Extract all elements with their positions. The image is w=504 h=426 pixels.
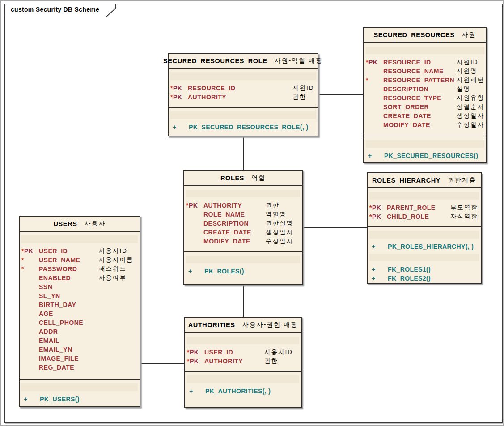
column-name: USER_ID (39, 247, 68, 256)
column-korean-label: 사용자ID (99, 247, 127, 256)
column-row: *PKCHILD_ROLE자식역할 (368, 212, 481, 221)
operation-row: +FK_ROLES2() (368, 274, 481, 283)
column-name: AUTHORITY (204, 357, 243, 366)
column-key-marker: *PK (170, 93, 182, 102)
column-row: RESOURCE_TYPE자원유형 (364, 94, 486, 102)
column-row: DESCRIPTION권한설명 (184, 219, 302, 228)
column-row: EMAIL_YN (20, 345, 140, 354)
compartment-strip (366, 140, 484, 148)
entity-roles[interactable]: ROLES 역할 *PKAUTHORITY권한ROLE_NAME역할명DESCR… (183, 170, 303, 285)
column-row: ENABLED사용여부 (20, 273, 140, 282)
column-name: CELL_PHONE (39, 318, 83, 327)
compartment-strip (369, 231, 479, 239)
compartment-strip (186, 256, 300, 263)
column-korean-label: 자식역할 (450, 212, 478, 221)
column-name: SSN (39, 282, 52, 291)
column-row: EMAIL (20, 336, 140, 345)
operation-name: PK_ROLES_HIERARCHY(, ) (388, 242, 474, 251)
operation-name: PK_USERS() (40, 395, 80, 404)
column-korean-label: 사용자이름 (99, 256, 134, 264)
column-row: CREATE_DATE생성일자 (364, 111, 486, 120)
column-key-marker: *PK (369, 212, 381, 221)
required-marker: * (170, 85, 173, 92)
operation-row: +FK_ROLES1() (368, 265, 481, 274)
column-name: USER_NAME (39, 256, 80, 264)
column-row: *PKRESOURCE_ID자원ID (364, 58, 486, 67)
entity-name: ROLES_HIERARCHY (372, 177, 440, 184)
visibility-plus: + (24, 395, 28, 404)
visibility-plus: + (368, 151, 372, 160)
column-key-marker: * (366, 76, 368, 85)
required-marker: * (369, 204, 372, 211)
connector-users-authorities[interactable] (140, 363, 184, 364)
column-row: CELL_PHONE (20, 318, 140, 327)
column-name: EMAIL (39, 336, 59, 345)
connector-roles-roleshierarchy[interactable] (303, 227, 367, 228)
column-name: DESCRIPTION (383, 85, 428, 94)
diagram-canvas: custom Security DB Scheme SECURED_RESOUR… (0, 0, 504, 426)
column-korean-label: 패스워드 (99, 264, 127, 273)
operation-row: +PK_ROLES() (184, 267, 302, 276)
column-key-marker: *PK (369, 203, 381, 212)
column-row: IMAGE_FILE (20, 354, 140, 363)
column-row: MODIFY_DATE수정일자 (184, 237, 302, 246)
compartment-strip (21, 235, 138, 243)
visibility-plus: + (189, 387, 193, 396)
column-name: RESOURCE_NAME (383, 67, 444, 76)
entity-korean-label: 자원 (462, 31, 476, 39)
column-key-marker: *PK (21, 247, 33, 256)
column-row: *PKUSER_ID사용자ID (185, 348, 301, 357)
entity-header: SECURED_RESOURCES_ROLE 자원-역할 매핑 (169, 54, 318, 69)
column-korean-label: 수정일자 (266, 237, 293, 246)
column-korean-label: 자원명 (457, 67, 478, 76)
column-name: PARENT_ROLE (387, 203, 436, 212)
operation-name: PK_AUTHORITIES(, ) (205, 387, 271, 396)
entity-secured-resources-role[interactable]: SECURED_RESOURCES_ROLE 자원-역할 매핑 *PKRESOU… (168, 53, 318, 136)
connector-securedresourcesrole-roles[interactable] (243, 136, 244, 170)
column-name: RESOURCE_ID (188, 84, 236, 93)
entity-name: USERS (54, 220, 77, 227)
column-name: IMAGE_FILE (39, 354, 79, 363)
column-name: PASSWORD (39, 264, 77, 273)
required-marker: * (369, 213, 372, 220)
connector-roles-authorities[interactable] (243, 285, 244, 317)
compartment-strip (369, 192, 479, 200)
entity-authorities[interactable]: AUTHORITIES 사용자-권한 매핑 *PKUSER_ID사용자ID*PK… (184, 317, 302, 408)
entity-name: SECURED_RESOURCES (373, 31, 454, 38)
column-korean-label: 자원패턴 (457, 76, 484, 85)
column-row: CREATE_DATE생성일자 (184, 228, 302, 237)
required-marker: * (366, 77, 368, 84)
column-name: DESCRIPTION (203, 219, 249, 228)
operation-name: PK_ROLES() (204, 267, 244, 276)
entity-roles-hierarchy[interactable]: ROLES_HIERARCHY 권한계층 *PKPARENT_ROLE부모역할*… (367, 172, 482, 284)
operation-name: FK_ROLES2() (388, 274, 431, 283)
entity-users[interactable]: USERS 사용자 *PKUSER_ID사용자ID*USER_NAME사용자이름… (19, 216, 140, 407)
compartment-strip (366, 47, 484, 54)
operation-row: +PK_SECURED_RESOURCES_ROLE(, ) (169, 123, 318, 132)
column-korean-label: 생성일자 (457, 111, 484, 120)
column-name: SORT_ORDER (383, 102, 429, 111)
column-key-marker: *PK (187, 357, 199, 366)
entity-secured-resources[interactable]: SECURED_RESOURCES 자원 *PKRESOURCE_ID자원IDR… (363, 27, 487, 163)
column-korean-label: 권한설명 (266, 219, 293, 228)
column-name: EMAIL_YN (39, 345, 72, 354)
column-korean-label: 수정일자 (457, 120, 484, 129)
column-key-marker: *PK (187, 348, 199, 357)
column-korean-label: 생성일자 (266, 228, 293, 237)
column-key-marker: *PK (186, 201, 198, 210)
required-marker: * (21, 247, 24, 255)
column-row: *PKPARENT_ROLE부모역할 (368, 203, 481, 212)
compartment-strip (187, 375, 299, 383)
column-row: *PKUSER_ID사용자ID (20, 247, 140, 256)
visibility-plus: + (372, 242, 376, 251)
connector-securedresourcesrole-securedresources[interactable] (318, 94, 363, 95)
required-marker: * (366, 59, 368, 66)
column-name: SL_YN (39, 291, 60, 300)
column-row: SORT_ORDER정렬순서 (364, 102, 486, 111)
operation-name: PK_SECURED_RESOURCES() (384, 151, 478, 160)
column-name: CREATE_DATE (383, 111, 431, 120)
column-row: REG_DATE (20, 363, 140, 372)
column-row: *PKRESOURCE_ID자원ID (169, 84, 318, 93)
column-korean-label: 설명 (457, 85, 470, 94)
column-korean-label: 정렬순서 (457, 102, 484, 111)
